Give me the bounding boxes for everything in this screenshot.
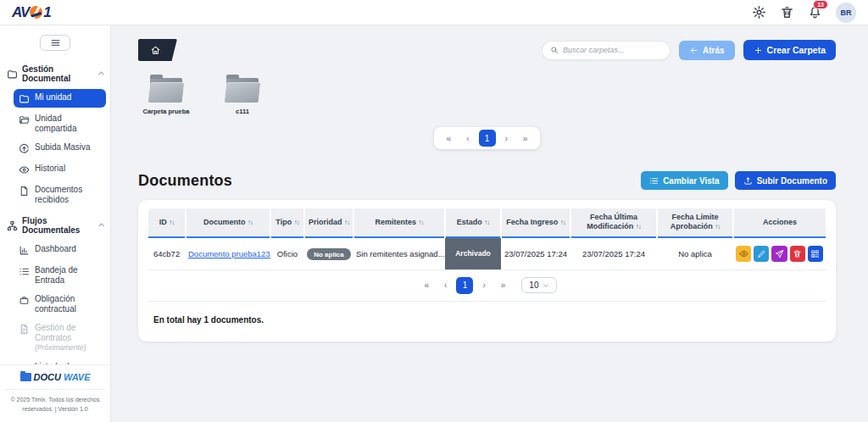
cell-fecha-ingreso: 23/07/2025 17:24 [501, 237, 570, 270]
column-header-fecha-ingreso[interactable]: Fecha Ingreso ↑↓ [501, 208, 570, 237]
column-header-remitentes[interactable]: Remitentes ↑↓ [353, 208, 445, 237]
chevron-up-icon [97, 69, 105, 79]
sidebar-item-label: Subida Masiva [35, 142, 91, 153]
sidebar-item-bandeja-entrada[interactable]: Bandeja de Entrada [14, 262, 106, 288]
arrow-left-icon [689, 46, 698, 55]
documents-summary: En total hay 1 documentos. [148, 302, 826, 341]
cell-fecha-modificacion: 23/07/2025 17:24 [570, 237, 657, 270]
column-header-fecha-limite[interactable]: Fecha Límite Aprobación ↑↓ [657, 208, 733, 237]
sidebar-item-documentos-recibidos[interactable]: Documentos recibidos [14, 181, 106, 208]
sort-icon: ↑↓ [294, 219, 299, 226]
sidebar-item-listado-documentos[interactable]: Listado de Documentos [14, 358, 106, 364]
folder-open-icon [19, 114, 30, 125]
section-flujos-documentales[interactable]: Flujos Documentales [0, 213, 110, 238]
documents-header: Documentos Cambiar Vista Subir Documento [138, 171, 836, 190]
folder-c111[interactable]: c111 [216, 75, 269, 115]
pagination-next-button[interactable]: › [498, 131, 515, 146]
back-button[interactable]: Atrás [679, 41, 735, 60]
plus-icon [754, 46, 763, 55]
qr-code-button[interactable] [808, 246, 823, 262]
coming-soon-note: (Próximamente) [35, 344, 101, 353]
upload-document-button[interactable]: Subir Documento [735, 171, 836, 190]
sidebar-item-subida-masiva[interactable]: Subida Masiva [14, 139, 106, 158]
chevron-up-icon [97, 221, 105, 230]
logo-text-av: AV [12, 4, 29, 21]
pagination-first-button[interactable]: « [439, 131, 459, 146]
sidebar-footer: DOCUWAVE © 2025 Timix. Todos los derecho… [0, 364, 110, 422]
toolbar-right: Atrás Crear Carpeta [542, 40, 836, 60]
sidebar-toggle-button[interactable] [40, 35, 70, 51]
cell-documento: Documento prueba123... [186, 237, 270, 270]
settings-gear-icon[interactable] [752, 5, 766, 19]
sidebar-item-historial[interactable]: Historial [14, 160, 106, 179]
briefcase-icon [19, 295, 30, 306]
user-avatar[interactable]: BR [836, 3, 856, 23]
column-header-prioridad[interactable]: Prioridad ↑↓ [304, 208, 353, 237]
page-size-select[interactable]: 10 [521, 277, 557, 293]
documents-actions: Cambiar Vista Subir Documento [641, 171, 836, 190]
pencil-icon [757, 249, 766, 258]
folder-carpeta-prueba[interactable]: Carpeta prueba [140, 75, 192, 115]
pagination-page-1[interactable]: 1 [456, 277, 473, 294]
sidebar-item-mi-unidad[interactable]: Mi unidad [14, 89, 106, 108]
paper-plane-icon [775, 249, 784, 258]
home-button[interactable] [138, 39, 177, 61]
column-header-documento[interactable]: Documento ↑↓ [186, 208, 270, 237]
section-gestion-documental[interactable]: Gestión Documental [0, 61, 110, 86]
status-badge: Archivado [445, 237, 501, 270]
sidebar-item-unidad-compartida[interactable]: Unidad compartida [14, 110, 106, 136]
cell-tipo: Oficio [270, 237, 304, 270]
section-label: Gestión Documental [22, 64, 93, 83]
column-header-fecha-modificacion[interactable]: Fecha Última Modificación ↑↓ [570, 208, 657, 237]
sort-icon: ↑↓ [344, 219, 349, 226]
priority-badge: No aplica [307, 248, 351, 260]
sidebar-item-obligacion-contractual[interactable]: Obligación contractual [14, 291, 106, 317]
section-label: Flujos Documentales [22, 216, 93, 235]
delete-button[interactable] [790, 246, 805, 262]
sort-icon: ↑↓ [636, 223, 641, 230]
app-logo: AV1 [12, 4, 51, 21]
docuwave-folder-icon [20, 373, 31, 381]
logo-text-1: 1 [43, 4, 50, 21]
pagination-prev-button[interactable]: ‹ [437, 278, 454, 292]
notifications-bell-icon[interactable]: 13 [808, 5, 822, 19]
pagination-last-button[interactable]: » [515, 131, 536, 146]
trash-icon [793, 249, 802, 258]
folder-icon [147, 75, 185, 103]
search-folders-input[interactable] [563, 46, 662, 54]
pagination-page-1[interactable]: 1 [479, 130, 496, 147]
view-eye-button[interactable] [736, 246, 751, 262]
cell-id: 64cb72 [148, 237, 186, 270]
pagination-last-button[interactable]: » [493, 278, 514, 292]
folder-icon [19, 93, 30, 104]
pagination-next-button[interactable]: › [475, 278, 492, 292]
create-folder-button[interactable]: Crear Carpeta [743, 40, 836, 60]
docuwave-logo: DOCUWAVE [5, 372, 105, 382]
edit-pencil-button[interactable] [754, 246, 769, 262]
list-view-icon [649, 176, 659, 186]
page-title: Documentos [138, 172, 232, 190]
search-folders-box [542, 41, 670, 60]
row-actions [736, 246, 823, 262]
main-content: Atrás Crear Carpeta Carpeta prueba c111 … [111, 25, 868, 422]
send-button[interactable] [771, 246, 787, 262]
column-header-id[interactable]: ID ↑↓ [148, 208, 186, 237]
column-header-estado[interactable]: Estado ↑↓ [445, 208, 501, 237]
folder-icon [7, 69, 18, 80]
qr-icon [810, 249, 820, 258]
column-header-tipo[interactable]: Tipo ↑↓ [270, 208, 304, 237]
logo-orange-circle-icon [30, 6, 42, 19]
trash-icon[interactable] [780, 5, 794, 19]
pagination-first-button[interactable]: « [417, 278, 437, 292]
pagination-prev-button[interactable]: ‹ [459, 131, 476, 146]
folders-pagination: « ‹ 1 › » [434, 127, 541, 149]
document-link[interactable]: Documento prueba123... [188, 249, 270, 258]
folder-name: c111 [236, 108, 249, 115]
sidebar-item-dashboard[interactable]: Dashboard [14, 241, 106, 259]
top-bar: AV1 13 BR [0, 0, 868, 25]
cell-prioridad: No aplica [304, 237, 353, 270]
change-view-button[interactable]: Cambiar Vista [641, 171, 728, 190]
sidebar-item-label: Bandeja de Entrada [35, 265, 101, 285]
sort-icon: ↑↓ [715, 223, 720, 230]
sidebar-item-label: Obligación contractual [35, 294, 101, 314]
